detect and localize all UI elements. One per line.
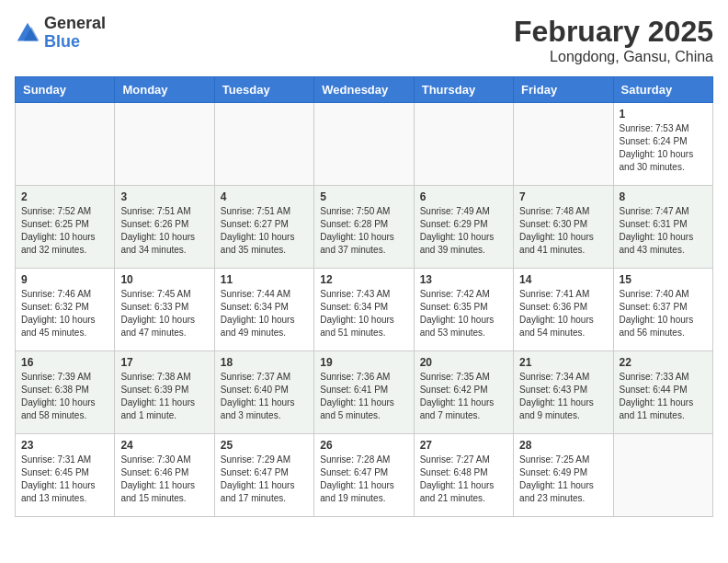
calendar-day-cell: 24Sunrise: 7:30 AM Sunset: 6:46 PM Dayli… bbox=[115, 434, 214, 517]
calendar-week-row: 9Sunrise: 7:46 AM Sunset: 6:32 PM Daylig… bbox=[16, 269, 713, 351]
day-info: Sunrise: 7:44 AM Sunset: 6:34 PM Dayligh… bbox=[221, 288, 308, 339]
day-info: Sunrise: 7:31 AM Sunset: 6:45 PM Dayligh… bbox=[21, 454, 108, 505]
day-info: Sunrise: 7:38 AM Sunset: 6:39 PM Dayligh… bbox=[120, 371, 208, 422]
day-info: Sunrise: 7:51 AM Sunset: 6:27 PM Dayligh… bbox=[221, 205, 308, 257]
day-info: Sunrise: 7:43 AM Sunset: 6:34 PM Dayligh… bbox=[320, 288, 407, 339]
logo-icon bbox=[15, 20, 40, 46]
day-number: 7 bbox=[519, 190, 607, 203]
calendar-day-cell bbox=[115, 103, 214, 186]
calendar-day-cell: 15Sunrise: 7:40 AM Sunset: 6:37 PM Dayli… bbox=[613, 269, 712, 351]
calendar-subtitle: Longdong, Gansu, China bbox=[514, 49, 713, 65]
calendar-day-cell: 1Sunrise: 7:53 AM Sunset: 6:24 PM Daylig… bbox=[613, 103, 712, 186]
calendar-day-cell: 3Sunrise: 7:51 AM Sunset: 6:26 PM Daylig… bbox=[115, 186, 214, 269]
calendar-title: February 2025 bbox=[514, 15, 713, 49]
calendar-day-cell: 10Sunrise: 7:45 AM Sunset: 6:33 PM Dayli… bbox=[115, 269, 214, 351]
calendar-day-cell: 7Sunrise: 7:48 AM Sunset: 6:30 PM Daylig… bbox=[514, 186, 613, 269]
logo-blue-text: Blue bbox=[44, 33, 106, 52]
day-info: Sunrise: 7:49 AM Sunset: 6:29 PM Dayligh… bbox=[420, 205, 507, 257]
day-number: 18 bbox=[221, 356, 308, 369]
weekday-header-monday: Monday bbox=[115, 77, 214, 103]
weekday-header-tuesday: Tuesday bbox=[214, 77, 313, 103]
calendar-day-cell: 22Sunrise: 7:33 AM Sunset: 6:44 PM Dayli… bbox=[613, 351, 712, 434]
day-number: 22 bbox=[620, 356, 707, 369]
calendar-day-cell: 21Sunrise: 7:34 AM Sunset: 6:43 PM Dayli… bbox=[514, 351, 613, 434]
day-number: 6 bbox=[420, 190, 507, 203]
day-info: Sunrise: 7:37 AM Sunset: 6:40 PM Dayligh… bbox=[221, 371, 308, 422]
page-header: General Blue February 2025 Longdong, Gan… bbox=[15, 15, 713, 65]
logo: General Blue bbox=[15, 15, 106, 52]
day-info: Sunrise: 7:25 AM Sunset: 6:49 PM Dayligh… bbox=[519, 454, 607, 505]
weekday-header-row: SundayMondayTuesdayWednesdayThursdayFrid… bbox=[16, 77, 713, 103]
calendar-day-cell: 18Sunrise: 7:37 AM Sunset: 6:40 PM Dayli… bbox=[214, 351, 313, 434]
weekday-header-wednesday: Wednesday bbox=[314, 77, 414, 103]
calendar-day-cell: 8Sunrise: 7:47 AM Sunset: 6:31 PM Daylig… bbox=[613, 186, 712, 269]
day-number: 11 bbox=[221, 273, 308, 286]
day-info: Sunrise: 7:42 AM Sunset: 6:35 PM Dayligh… bbox=[420, 288, 507, 339]
day-info: Sunrise: 7:29 AM Sunset: 6:47 PM Dayligh… bbox=[221, 454, 308, 505]
day-number: 4 bbox=[221, 190, 308, 203]
day-number: 8 bbox=[620, 190, 707, 203]
day-number: 27 bbox=[420, 439, 507, 452]
calendar-day-cell bbox=[314, 103, 414, 186]
day-number: 5 bbox=[320, 190, 407, 203]
day-info: Sunrise: 7:41 AM Sunset: 6:36 PM Dayligh… bbox=[519, 288, 607, 339]
day-info: Sunrise: 7:39 AM Sunset: 6:38 PM Dayligh… bbox=[21, 371, 108, 422]
day-number: 25 bbox=[221, 439, 308, 452]
day-info: Sunrise: 7:46 AM Sunset: 6:32 PM Dayligh… bbox=[21, 288, 108, 339]
day-number: 28 bbox=[519, 439, 607, 452]
day-number: 9 bbox=[21, 273, 108, 286]
calendar-day-cell: 19Sunrise: 7:36 AM Sunset: 6:41 PM Dayli… bbox=[314, 351, 414, 434]
calendar-day-cell: 20Sunrise: 7:35 AM Sunset: 6:42 PM Dayli… bbox=[414, 351, 513, 434]
day-info: Sunrise: 7:53 AM Sunset: 6:24 PM Dayligh… bbox=[620, 122, 707, 174]
day-number: 17 bbox=[120, 356, 208, 369]
day-info: Sunrise: 7:27 AM Sunset: 6:48 PM Dayligh… bbox=[420, 454, 507, 505]
day-number: 15 bbox=[620, 273, 707, 286]
day-number: 26 bbox=[320, 439, 407, 452]
calendar-day-cell bbox=[613, 434, 712, 517]
day-info: Sunrise: 7:51 AM Sunset: 6:26 PM Dayligh… bbox=[120, 205, 208, 257]
day-info: Sunrise: 7:52 AM Sunset: 6:25 PM Dayligh… bbox=[21, 205, 108, 257]
calendar-day-cell: 14Sunrise: 7:41 AM Sunset: 6:36 PM Dayli… bbox=[514, 269, 613, 351]
calendar-week-row: 2Sunrise: 7:52 AM Sunset: 6:25 PM Daylig… bbox=[16, 186, 713, 269]
calendar-day-cell: 28Sunrise: 7:25 AM Sunset: 6:49 PM Dayli… bbox=[514, 434, 613, 517]
calendar-day-cell: 17Sunrise: 7:38 AM Sunset: 6:39 PM Dayli… bbox=[115, 351, 214, 434]
calendar-day-cell: 25Sunrise: 7:29 AM Sunset: 6:47 PM Dayli… bbox=[214, 434, 313, 517]
calendar-day-cell: 2Sunrise: 7:52 AM Sunset: 6:25 PM Daylig… bbox=[16, 186, 115, 269]
day-info: Sunrise: 7:30 AM Sunset: 6:46 PM Dayligh… bbox=[120, 454, 208, 505]
day-info: Sunrise: 7:33 AM Sunset: 6:44 PM Dayligh… bbox=[620, 371, 707, 422]
weekday-header-thursday: Thursday bbox=[414, 77, 513, 103]
calendar-day-cell: 6Sunrise: 7:49 AM Sunset: 6:29 PM Daylig… bbox=[414, 186, 513, 269]
day-number: 3 bbox=[120, 190, 208, 203]
day-number: 14 bbox=[519, 273, 607, 286]
day-info: Sunrise: 7:45 AM Sunset: 6:33 PM Dayligh… bbox=[120, 288, 208, 339]
day-number: 1 bbox=[620, 108, 707, 121]
day-info: Sunrise: 7:28 AM Sunset: 6:47 PM Dayligh… bbox=[320, 454, 407, 505]
logo-text: General Blue bbox=[44, 15, 106, 52]
day-number: 19 bbox=[320, 356, 407, 369]
calendar-day-cell bbox=[214, 103, 313, 186]
calendar-day-cell bbox=[514, 103, 613, 186]
calendar-day-cell: 4Sunrise: 7:51 AM Sunset: 6:27 PM Daylig… bbox=[214, 186, 313, 269]
calendar-day-cell bbox=[16, 103, 115, 186]
calendar-day-cell: 11Sunrise: 7:44 AM Sunset: 6:34 PM Dayli… bbox=[214, 269, 313, 351]
title-block: February 2025 Longdong, Gansu, China bbox=[514, 15, 713, 65]
logo-general-text: General bbox=[44, 15, 106, 33]
day-number: 2 bbox=[21, 190, 108, 203]
weekday-header-friday: Friday bbox=[514, 77, 613, 103]
day-info: Sunrise: 7:40 AM Sunset: 6:37 PM Dayligh… bbox=[620, 288, 707, 339]
day-number: 13 bbox=[420, 273, 507, 286]
weekday-header-sunday: Sunday bbox=[16, 77, 115, 103]
calendar-day-cell bbox=[414, 103, 513, 186]
weekday-header-saturday: Saturday bbox=[613, 77, 712, 103]
day-number: 10 bbox=[120, 273, 208, 286]
calendar-day-cell: 5Sunrise: 7:50 AM Sunset: 6:28 PM Daylig… bbox=[314, 186, 414, 269]
calendar-day-cell: 9Sunrise: 7:46 AM Sunset: 6:32 PM Daylig… bbox=[16, 269, 115, 351]
calendar-day-cell: 26Sunrise: 7:28 AM Sunset: 6:47 PM Dayli… bbox=[314, 434, 414, 517]
day-number: 12 bbox=[320, 273, 407, 286]
calendar-week-row: 16Sunrise: 7:39 AM Sunset: 6:38 PM Dayli… bbox=[16, 351, 713, 434]
day-number: 24 bbox=[120, 439, 208, 452]
calendar-day-cell: 13Sunrise: 7:42 AM Sunset: 6:35 PM Dayli… bbox=[414, 269, 513, 351]
day-number: 21 bbox=[519, 356, 607, 369]
day-info: Sunrise: 7:34 AM Sunset: 6:43 PM Dayligh… bbox=[519, 371, 607, 422]
calendar-day-cell: 16Sunrise: 7:39 AM Sunset: 6:38 PM Dayli… bbox=[16, 351, 115, 434]
